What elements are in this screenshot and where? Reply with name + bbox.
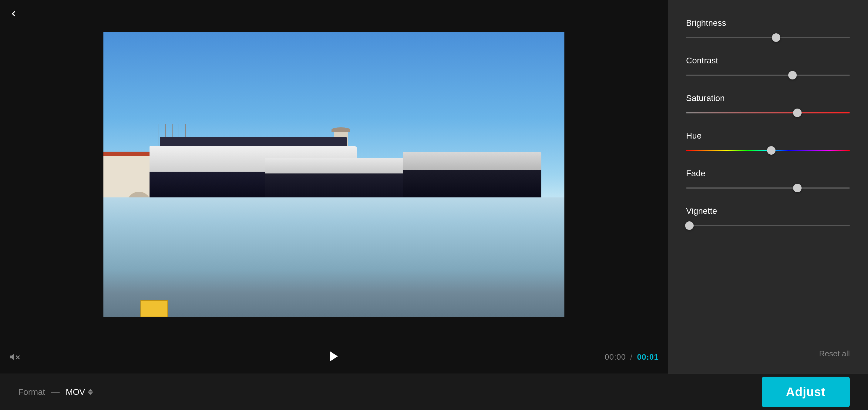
fade-track[interactable] xyxy=(686,187,850,189)
total-time: 00:01 xyxy=(637,352,659,361)
bottom-bar: Format — MOV Adjust xyxy=(0,374,868,410)
brightness-track[interactable] xyxy=(686,37,850,38)
hue-slider-wrapper[interactable] xyxy=(686,147,850,153)
svg-marker-2 xyxy=(330,351,338,361)
adjust-button[interactable]: Adjust xyxy=(762,377,850,407)
play-icon xyxy=(327,350,341,363)
reset-all-button[interactable]: Reset all xyxy=(819,346,850,361)
scene-water xyxy=(103,197,564,317)
hue-adjustment: Hue xyxy=(686,131,850,153)
saturation-thumb[interactable] xyxy=(793,108,802,117)
brightness-slider-wrapper[interactable] xyxy=(686,35,850,41)
hue-thumb[interactable] xyxy=(767,146,775,155)
video-player xyxy=(103,32,564,317)
scene-boat-right xyxy=(403,152,541,197)
saturation-track[interactable] xyxy=(686,112,850,114)
vignette-slider-wrapper[interactable] xyxy=(686,223,850,229)
brightness-adjustment: Brightness xyxy=(686,18,850,41)
chevron-up-icon xyxy=(88,389,93,391)
vignette-thumb[interactable] xyxy=(685,221,693,230)
back-icon xyxy=(9,9,18,18)
mute-icon xyxy=(9,351,20,362)
fade-thumb[interactable] xyxy=(793,184,802,192)
fade-adjustment: Fade xyxy=(686,168,850,191)
format-chevrons xyxy=(88,389,93,395)
mute-button[interactable] xyxy=(9,351,20,362)
play-button[interactable] xyxy=(327,350,341,364)
video-container xyxy=(0,9,668,340)
time-display: 00:00 / 00:01 xyxy=(605,352,659,362)
video-scene xyxy=(103,32,564,317)
current-time: 00:00 xyxy=(605,352,626,361)
scene-boat-mid xyxy=(265,158,426,198)
contrast-label: Contrast xyxy=(686,56,850,65)
hue-track[interactable] xyxy=(686,150,850,151)
vignette-adjustment: Vignette xyxy=(686,206,850,229)
reset-all-section: Reset all xyxy=(686,340,850,361)
scene-dock-yellow xyxy=(141,300,168,317)
adjustments-panel: Brightness Contrast Saturation xyxy=(668,0,868,374)
back-button[interactable] xyxy=(6,6,21,21)
format-label: Format xyxy=(18,387,45,397)
brightness-label: Brightness xyxy=(686,18,850,28)
brightness-thumb[interactable] xyxy=(772,33,780,42)
main-area: 00:00 / 00:01 Brightness Contrast xyxy=(0,0,868,374)
saturation-adjustment: Saturation xyxy=(686,93,850,116)
format-dash: — xyxy=(51,387,60,397)
contrast-slider-wrapper[interactable] xyxy=(686,72,850,78)
format-value-text: MOV xyxy=(66,387,85,397)
chevron-down-icon xyxy=(88,392,93,395)
saturation-label: Saturation xyxy=(686,93,850,103)
vignette-track[interactable] xyxy=(686,225,850,226)
video-controls: 00:00 / 00:01 xyxy=(0,340,668,374)
time-separator: / xyxy=(630,352,633,361)
format-selector[interactable]: MOV xyxy=(66,387,93,397)
contrast-adjustment: Contrast xyxy=(686,56,850,78)
video-panel: 00:00 / 00:01 xyxy=(0,0,668,374)
contrast-track[interactable] xyxy=(686,74,850,76)
saturation-slider-wrapper[interactable] xyxy=(686,110,850,116)
fade-slider-wrapper[interactable] xyxy=(686,185,850,191)
format-section: Format — MOV xyxy=(18,387,93,397)
contrast-thumb[interactable] xyxy=(788,71,797,80)
fade-label: Fade xyxy=(686,168,850,178)
vignette-label: Vignette xyxy=(686,206,850,216)
hue-label: Hue xyxy=(686,131,850,141)
